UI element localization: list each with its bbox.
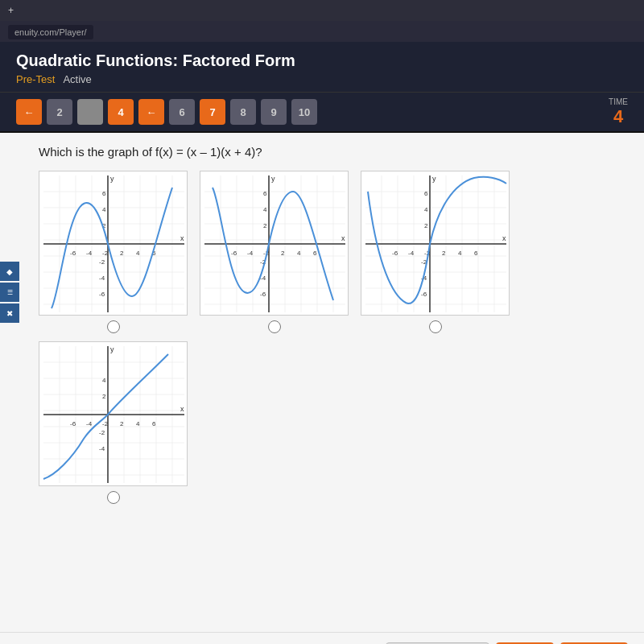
time-label: TIME (609, 97, 628, 106)
sidebar-icon-2[interactable]: ☰ (0, 283, 19, 302)
svg-text:x: x (341, 234, 345, 242)
svg-text:-6: -6 (231, 250, 237, 257)
browser-chrome: + enuity.com/Player/ (0, 0, 644, 42)
nav-btn-2[interactable]: 2 (47, 99, 72, 125)
timer-display: TIME 4 (609, 97, 628, 127)
nav-btn-10[interactable]: 10 (291, 99, 317, 125)
footer-bar: Mark this and return Save and Exit Next … (0, 632, 644, 644)
lesson-header: Quadratic Functions: Factored Form Pre-T… (0, 42, 644, 93)
graph-option-c: x y -2 2 4 -4 -6 6 2 4 6 -2 -4 (361, 171, 510, 333)
graph-option-b: x y -2 2 4 -4 -6 6 2 4 6 -2 -4 (200, 171, 349, 333)
svg-text:-6: -6 (70, 250, 76, 257)
radio-c[interactable] (429, 320, 442, 333)
status-label: Active (63, 73, 91, 85)
question-text: Which is the graph of f(x) = (x – 1)(x +… (39, 145, 628, 159)
lesson-subtitle: Pre-Test Active (16, 73, 628, 85)
svg-text:x: x (180, 234, 184, 242)
nav-btn-4[interactable]: 4 (108, 99, 134, 125)
svg-text:6: 6 (102, 190, 106, 197)
nav-bar: ← 2 4 ← 6 7 8 9 10 TIME 4 (0, 93, 644, 133)
graph-d: x y -2 2 4 -4 -6 6 2 4 -2 -4 (39, 341, 188, 486)
sidebar-icon-1[interactable]: ◆ (0, 262, 19, 281)
tab-plus[interactable]: + (8, 5, 14, 16)
svg-text:-4: -4 (99, 275, 105, 282)
nav-back-arrow[interactable]: ← (16, 99, 42, 125)
svg-text:-2: -2 (99, 429, 105, 436)
address-bar[interactable]: enuity.com/Player/ (8, 25, 93, 39)
svg-text:-6: -6 (421, 291, 427, 298)
svg-text:4: 4 (102, 206, 106, 213)
sidebar-icon-3[interactable]: ✖ (0, 303, 19, 323)
graph-a-svg: x y -2 2 4 -4 -6 6 2 4 6 -2 -4 (39, 171, 188, 316)
question-area: ◆ ☰ ✖ Which is the graph of f(x) = (x – … (0, 133, 644, 632)
graph-c: x y -2 2 4 -4 -6 6 2 4 6 -2 -4 (361, 171, 510, 316)
graph-option-a: x y -2 2 4 -4 -6 6 2 4 6 -2 -4 (39, 171, 188, 333)
svg-text:4: 4 (297, 250, 301, 257)
svg-text:2: 2 (120, 250, 124, 257)
nav-btn-6[interactable]: 6 (169, 99, 195, 125)
graph-option-d: x y -2 2 4 -4 -6 6 2 4 -2 -4 (39, 341, 188, 504)
svg-text:-6: -6 (99, 291, 105, 298)
svg-text:6: 6 (424, 190, 428, 197)
lesson-title: Quadratic Functions: Factored Form (16, 52, 628, 70)
graphs-bottom-row: x y -2 2 4 -4 -6 6 2 4 -2 -4 (39, 341, 628, 504)
svg-text:-2: -2 (99, 258, 105, 266)
nav-btn-3[interactable] (77, 99, 103, 125)
radio-a[interactable] (107, 320, 120, 333)
svg-text:2: 2 (120, 420, 124, 427)
browser-tab-bar: + (0, 0, 644, 21)
svg-text:-6: -6 (260, 291, 266, 298)
graph-b-svg: x y -2 2 4 -4 -6 6 2 4 6 -2 -4 (200, 171, 349, 316)
graphs-top-row: x y -2 2 4 -4 -6 6 2 4 6 -2 -4 (39, 171, 628, 333)
graph-a: x y -2 2 4 -4 -6 6 2 4 6 -2 -4 (39, 171, 188, 316)
graph-b: x y -2 2 4 -4 -6 6 2 4 6 -2 -4 (200, 171, 349, 316)
svg-text:-4: -4 (99, 445, 105, 452)
svg-text:2: 2 (442, 250, 446, 257)
svg-text:4: 4 (424, 206, 428, 213)
svg-text:4: 4 (136, 250, 140, 257)
nav-btn-7[interactable]: 7 (200, 99, 225, 125)
svg-text:x: x (180, 405, 184, 413)
svg-text:2: 2 (102, 393, 106, 400)
svg-text:-4: -4 (247, 250, 254, 257)
svg-text:6: 6 (263, 190, 267, 197)
time-value: 4 (613, 106, 623, 126)
svg-text:2: 2 (281, 250, 285, 257)
svg-text:-4: -4 (408, 250, 415, 257)
svg-text:y: y (271, 175, 275, 183)
graph-d-svg: x y -2 2 4 -4 -6 6 2 4 -2 -4 (39, 342, 188, 486)
svg-text:-6: -6 (392, 250, 398, 257)
svg-text:2: 2 (424, 222, 428, 229)
svg-text:6: 6 (313, 250, 317, 257)
radio-b[interactable] (268, 320, 281, 333)
pre-test-label: Pre-Test (16, 73, 55, 85)
svg-text:x: x (502, 234, 506, 242)
svg-text:y: y (432, 175, 436, 183)
svg-text:-4: -4 (86, 420, 93, 427)
svg-text:4: 4 (458, 250, 462, 257)
svg-text:6: 6 (152, 420, 156, 427)
nav-btn-8[interactable]: 8 (230, 99, 256, 125)
svg-text:2: 2 (263, 222, 267, 229)
svg-text:y: y (110, 345, 114, 353)
svg-text:-2: -2 (102, 420, 109, 427)
svg-text:y: y (110, 175, 114, 183)
svg-text:4: 4 (263, 206, 267, 213)
left-sidebar: ◆ ☰ ✖ (0, 262, 19, 323)
nav-btn-arrow2[interactable]: ← (138, 99, 164, 125)
svg-text:-6: -6 (70, 420, 76, 427)
radio-d[interactable] (107, 491, 120, 504)
nav-btn-9[interactable]: 9 (261, 99, 287, 125)
svg-text:4: 4 (136, 420, 140, 427)
svg-text:6: 6 (474, 250, 478, 257)
graph-c-svg: x y -2 2 4 -4 -6 6 2 4 6 -2 -4 (361, 171, 510, 316)
svg-text:4: 4 (102, 377, 106, 384)
graphs-container: x y -2 2 4 -4 -6 6 2 4 6 -2 -4 (39, 171, 628, 504)
svg-text:-2: -2 (102, 250, 109, 257)
svg-text:-4: -4 (86, 250, 93, 257)
